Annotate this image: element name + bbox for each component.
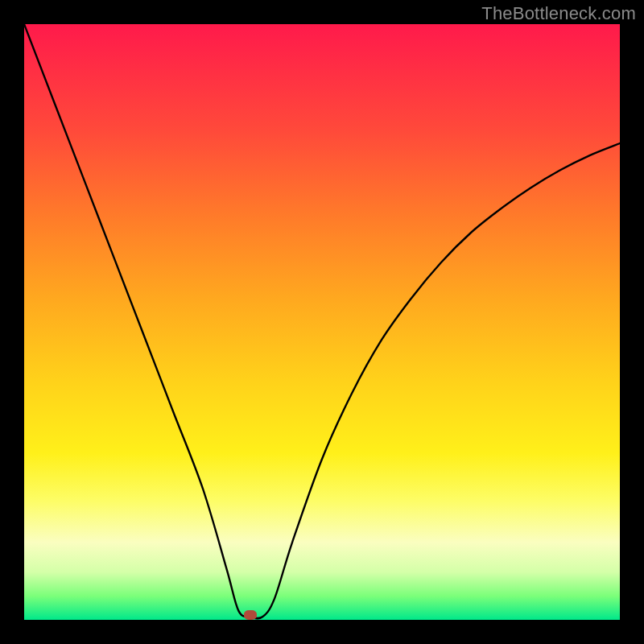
watermark-text: TheBottleneck.com xyxy=(481,3,636,24)
optimum-marker xyxy=(244,610,257,620)
outer-black-frame: TheBottleneck.com xyxy=(0,0,644,644)
plot-area xyxy=(24,24,620,620)
bottleneck-curve xyxy=(24,24,620,620)
